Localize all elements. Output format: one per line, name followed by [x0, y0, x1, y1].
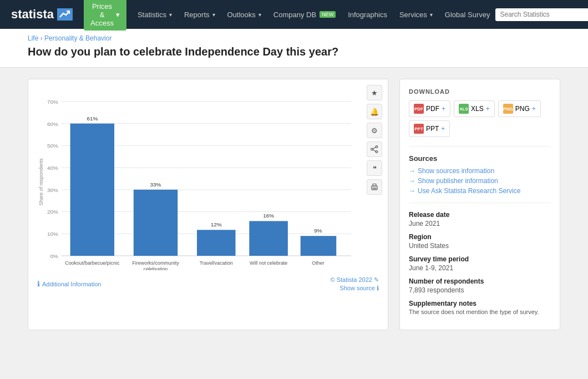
- svg-text:33%: 33%: [150, 181, 161, 188]
- show-sources-link[interactable]: → Show sources information: [409, 167, 551, 175]
- nav-item-reports[interactable]: Reports ▾: [179, 7, 221, 22]
- additional-info-link[interactable]: ℹ Additional Information: [37, 280, 101, 288]
- show-publisher-link[interactable]: → Show publisher information: [409, 177, 551, 185]
- sources-header: Sources: [409, 154, 551, 163]
- nav-item-statistics[interactable]: Statistics ▾: [132, 7, 178, 22]
- arrow-icon: →: [409, 187, 415, 195]
- svg-text:Share of respondents: Share of respondents: [38, 158, 44, 206]
- statista-credit: © Statista 2022 ✎: [331, 276, 379, 284]
- download-title: DOWNLOAD: [409, 88, 551, 95]
- svg-text:16%: 16%: [263, 213, 274, 219]
- nav-item-services[interactable]: Services ▾: [394, 7, 438, 22]
- release-date-value: June 2021: [409, 220, 551, 228]
- info-icon: ℹ: [37, 280, 40, 288]
- sidebar-download-card: DOWNLOAD PDF PDF + XLS XLS + PNG PNG +: [399, 79, 560, 330]
- star-button[interactable]: ★: [367, 85, 382, 100]
- show-source-link[interactable]: Show source ℹ: [339, 285, 379, 292]
- chart-footer-right: © Statista 2022 ✎ Show source ℹ: [331, 276, 379, 292]
- survey-period-label: Survey time period: [409, 255, 551, 263]
- download-xls-button[interactable]: XLS XLS +: [454, 100, 495, 117]
- search-bar[interactable]: 🔍: [495, 8, 588, 21]
- respondents-value: 7,893 respondents: [409, 286, 551, 294]
- svg-line-3: [373, 150, 376, 151]
- region-label: Region: [409, 233, 551, 241]
- bar-other: [301, 236, 337, 256]
- nav-item-companydb[interactable]: Company DB NEW: [268, 7, 341, 22]
- svg-text:Fireworks/community: Fireworks/community: [132, 260, 179, 266]
- download-png-button[interactable]: PNG PNG +: [498, 100, 541, 117]
- chevron-down-icon: ▾: [258, 12, 261, 18]
- svg-line-4: [373, 147, 376, 149]
- svg-text:10%: 10%: [47, 231, 58, 237]
- svg-rect-7: [373, 188, 376, 189]
- bar-travel: [197, 230, 236, 256]
- logo-icon: [57, 8, 73, 21]
- svg-text:40%: 40%: [47, 165, 58, 171]
- svg-text:12%: 12%: [211, 221, 222, 228]
- share-button[interactable]: [367, 142, 382, 157]
- chart-container: 70% 60% 50% 40% 30% 20% 10% 0% Share of …: [37, 94, 357, 272]
- arrow-icon: →: [409, 177, 415, 185]
- nav-right: 🔍 ✉ 👤 Login: [495, 8, 588, 21]
- supplementary-value: The source does not mention the type of …: [409, 309, 551, 315]
- svg-text:60%: 60%: [47, 121, 58, 127]
- svg-text:0%: 0%: [50, 253, 58, 259]
- bar-fireworks: [134, 190, 178, 256]
- settings-button[interactable]: ⚙: [367, 123, 382, 138]
- nav-item-infographics[interactable]: Infographics: [342, 7, 393, 22]
- nav-items: Prices & Access ▾ Statistics ▾ Reports ▾…: [84, 0, 495, 31]
- svg-point-0: [376, 146, 378, 148]
- logo[interactable]: statista: [11, 7, 73, 22]
- download-ppt-button[interactable]: PPT PPT +: [409, 120, 450, 137]
- chevron-down-icon: ▾: [212, 12, 215, 18]
- breadcrumb-area: Life › Personality & Behavior How do you…: [0, 29, 588, 68]
- release-date-label: Release date: [409, 211, 551, 219]
- chevron-down-icon: ▾: [116, 11, 120, 19]
- prices-access-button[interactable]: Prices & Access ▾: [84, 0, 126, 31]
- nav-item-globalsurvey[interactable]: Global Survey: [439, 7, 496, 22]
- breadcrumb: Life › Personality & Behavior: [28, 34, 560, 42]
- download-pdf-button[interactable]: PDF PDF +: [409, 100, 450, 117]
- svg-text:celebration: celebration: [144, 266, 168, 270]
- svg-text:9%: 9%: [314, 228, 322, 234]
- info-icon-small: ℹ: [377, 285, 379, 291]
- png-icon: PNG: [503, 104, 513, 114]
- chart-tools: ★ 🔔 ⚙ ❝: [367, 85, 382, 195]
- quote-button[interactable]: ❝: [367, 160, 382, 176]
- ppt-icon: PPT: [414, 124, 424, 134]
- meta-section: Release date June 2021 Region United Sta…: [409, 203, 551, 315]
- svg-point-2: [371, 148, 373, 150]
- svg-text:Travel/vacation: Travel/vacation: [200, 260, 233, 266]
- pdf-icon: PDF: [414, 104, 424, 114]
- svg-text:20%: 20%: [47, 209, 58, 215]
- breadcrumb-life[interactable]: Life: [28, 34, 38, 42]
- chevron-down-icon: ▾: [169, 12, 172, 18]
- chart-card: ★ 🔔 ⚙ ❝ 70% 60% 50% 40% 30%: [28, 79, 388, 330]
- svg-point-1: [376, 151, 378, 153]
- respondents-label: Number of respondents: [409, 277, 551, 285]
- region-value: United States: [409, 242, 551, 250]
- content-area: ★ 🔔 ⚙ ❝ 70% 60% 50% 40% 30%: [0, 68, 588, 341]
- nav-item-outlooks[interactable]: Outlooks ▾: [222, 7, 267, 22]
- arrow-icon: →: [409, 167, 415, 175]
- xls-icon: XLS: [459, 104, 469, 114]
- bar-chart: 70% 60% 50% 40% 30% 20% 10% 0% Share of …: [37, 94, 357, 270]
- svg-text:Cookout/barbecue/picnic: Cookout/barbecue/picnic: [65, 260, 120, 266]
- svg-text:61%: 61%: [87, 115, 98, 122]
- navbar: statista Prices & Access ▾ Statistics ▾ …: [0, 0, 588, 29]
- logo-text: statista: [11, 7, 54, 22]
- bell-button[interactable]: 🔔: [367, 104, 382, 119]
- chart-footer: ℹ Additional Information © Statista 2022…: [37, 276, 379, 292]
- new-badge: NEW: [320, 11, 336, 18]
- print-button[interactable]: [367, 179, 382, 195]
- ask-statista-link[interactable]: → Use Ask Statista Research Service: [409, 187, 551, 195]
- svg-text:50%: 50%: [47, 143, 58, 149]
- bar-cookout: [70, 124, 114, 256]
- svg-text:30%: 30%: [47, 187, 58, 193]
- breadcrumb-personality[interactable]: Personality & Behavior: [44, 34, 111, 42]
- search-input[interactable]: [500, 11, 588, 18]
- sources-section: Sources → Show sources information → Sho…: [409, 146, 551, 195]
- download-buttons: PDF PDF + XLS XLS + PNG PNG + PPT PPT: [409, 100, 551, 137]
- bar-willnot: [249, 221, 288, 256]
- survey-period-value: June 1-9, 2021: [409, 264, 551, 272]
